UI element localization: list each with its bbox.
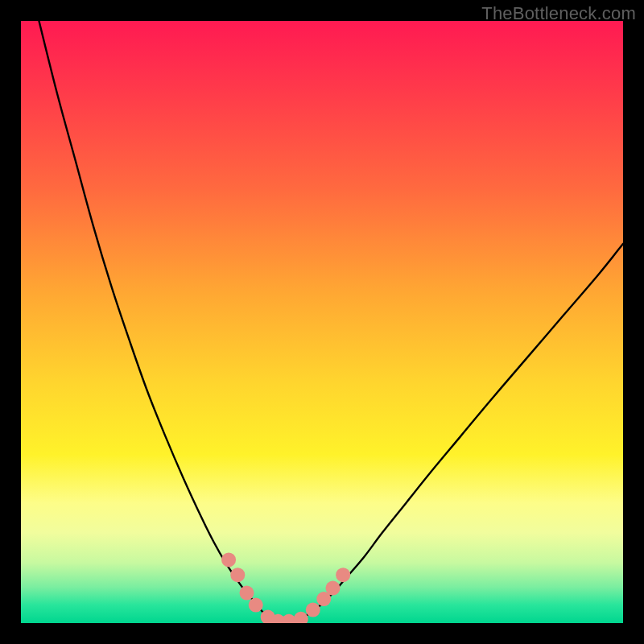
data-marker xyxy=(306,603,320,617)
data-marker xyxy=(325,581,340,596)
curve-group xyxy=(39,21,623,622)
curve-left-curve xyxy=(39,21,267,617)
watermark-text: TheBottleneck.com xyxy=(481,3,636,24)
data-marker xyxy=(294,612,308,623)
data-marker xyxy=(240,586,254,601)
chart-svg xyxy=(21,21,623,623)
data-marker xyxy=(230,568,245,582)
data-marker xyxy=(336,568,350,582)
data-marker xyxy=(249,598,263,613)
curve-right-curve xyxy=(304,244,623,617)
plot-area xyxy=(21,21,623,623)
chart-frame: TheBottleneck.com xyxy=(0,0,644,644)
marker-group xyxy=(221,552,350,623)
data-marker xyxy=(221,552,236,567)
